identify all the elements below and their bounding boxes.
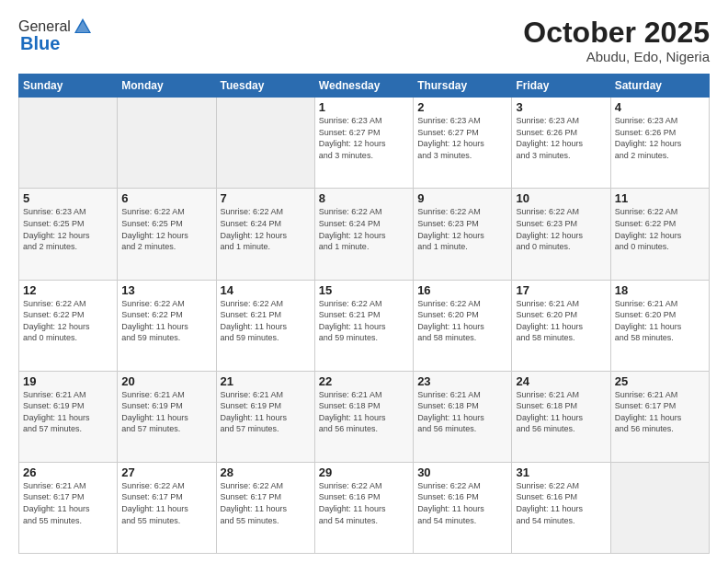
day-info: Sunrise: 6:23 AMSunset: 6:27 PMDaylight:…: [417, 115, 507, 161]
day-number: 25: [615, 374, 705, 388]
calendar-header-tuesday: Tuesday: [216, 75, 314, 98]
day-number: 17: [516, 283, 606, 297]
day-number: 13: [121, 283, 211, 297]
calendar-cell: 13Sunrise: 6:22 AMSunset: 6:22 PMDayligh…: [118, 280, 216, 371]
day-info: Sunrise: 6:22 AMSunset: 6:21 PMDaylight:…: [221, 298, 311, 344]
calendar-cell: 17Sunrise: 6:21 AMSunset: 6:20 PMDayligh…: [512, 280, 610, 371]
day-info: Sunrise: 6:22 AMSunset: 6:21 PMDaylight:…: [319, 298, 409, 344]
calendar-cell: 16Sunrise: 6:22 AMSunset: 6:20 PMDayligh…: [414, 280, 512, 371]
day-number: 30: [417, 465, 507, 479]
day-info: Sunrise: 6:22 AMSunset: 6:20 PMDaylight:…: [417, 298, 507, 344]
calendar-header-sunday: Sunday: [19, 75, 118, 98]
page-subtitle: Abudu, Edo, Nigeria: [523, 49, 710, 64]
logo: General Blue: [18, 17, 93, 54]
day-info: Sunrise: 6:21 AMSunset: 6:17 PMDaylight:…: [615, 389, 705, 435]
calendar-cell: 1Sunrise: 6:23 AMSunset: 6:27 PMDaylight…: [314, 98, 413, 189]
calendar-cell: 9Sunrise: 6:22 AMSunset: 6:23 PMDaylight…: [414, 189, 512, 280]
calendar-cell: [216, 98, 314, 189]
day-info: Sunrise: 6:21 AMSunset: 6:20 PMDaylight:…: [615, 298, 705, 344]
logo-icon: [73, 17, 93, 37]
day-info: Sunrise: 6:21 AMSunset: 6:18 PMDaylight:…: [417, 389, 507, 435]
day-number: 8: [319, 191, 409, 205]
day-info: Sunrise: 6:22 AMSunset: 6:16 PMDaylight:…: [319, 480, 409, 526]
day-info: Sunrise: 6:21 AMSunset: 6:18 PMDaylight:…: [319, 389, 409, 435]
calendar-cell: 29Sunrise: 6:22 AMSunset: 6:16 PMDayligh…: [314, 462, 413, 553]
day-number: 21: [221, 374, 311, 388]
day-info: Sunrise: 6:22 AMSunset: 6:25 PMDaylight:…: [121, 206, 211, 252]
day-number: 4: [615, 100, 705, 114]
calendar-cell: 10Sunrise: 6:22 AMSunset: 6:23 PMDayligh…: [512, 189, 610, 280]
calendar-cell: 3Sunrise: 6:23 AMSunset: 6:26 PMDaylight…: [512, 98, 610, 189]
day-number: 28: [221, 465, 311, 479]
calendar-cell: 24Sunrise: 6:21 AMSunset: 6:18 PMDayligh…: [512, 371, 610, 462]
day-info: Sunrise: 6:21 AMSunset: 6:17 PMDaylight:…: [23, 480, 113, 526]
day-info: Sunrise: 6:23 AMSunset: 6:25 PMDaylight:…: [23, 206, 113, 252]
day-number: 7: [221, 191, 311, 205]
calendar-cell: 8Sunrise: 6:22 AMSunset: 6:24 PMDaylight…: [314, 189, 413, 280]
day-number: 3: [516, 100, 606, 114]
calendar-cell: 11Sunrise: 6:22 AMSunset: 6:22 PMDayligh…: [610, 189, 709, 280]
logo-blue-text: Blue: [20, 33, 60, 54]
day-info: Sunrise: 6:22 AMSunset: 6:23 PMDaylight:…: [417, 206, 507, 252]
day-number: 14: [221, 283, 311, 297]
calendar-cell: 18Sunrise: 6:21 AMSunset: 6:20 PMDayligh…: [610, 280, 709, 371]
header: General Blue October 2025 Abudu, Edo, Ni…: [18, 17, 710, 64]
calendar-cell: 30Sunrise: 6:22 AMSunset: 6:16 PMDayligh…: [414, 462, 512, 553]
calendar-cell: 21Sunrise: 6:21 AMSunset: 6:19 PMDayligh…: [216, 371, 314, 462]
calendar-cell: 4Sunrise: 6:23 AMSunset: 6:26 PMDaylight…: [610, 98, 709, 189]
day-number: 20: [121, 374, 211, 388]
page-title: October 2025: [523, 17, 710, 49]
calendar-cell: 26Sunrise: 6:21 AMSunset: 6:17 PMDayligh…: [19, 462, 118, 553]
calendar-week-row: 1Sunrise: 6:23 AMSunset: 6:27 PMDaylight…: [19, 98, 710, 189]
day-number: 16: [417, 283, 507, 297]
calendar-week-row: 19Sunrise: 6:21 AMSunset: 6:19 PMDayligh…: [19, 371, 710, 462]
day-info: Sunrise: 6:22 AMSunset: 6:22 PMDaylight:…: [121, 298, 211, 344]
calendar-cell: 22Sunrise: 6:21 AMSunset: 6:18 PMDayligh…: [314, 371, 413, 462]
day-info: Sunrise: 6:22 AMSunset: 6:17 PMDaylight:…: [221, 480, 311, 526]
day-info: Sunrise: 6:21 AMSunset: 6:20 PMDaylight:…: [516, 298, 606, 344]
day-info: Sunrise: 6:21 AMSunset: 6:19 PMDaylight:…: [121, 389, 211, 435]
calendar-header-monday: Monday: [118, 75, 216, 98]
day-number: 26: [23, 465, 113, 479]
calendar-week-row: 26Sunrise: 6:21 AMSunset: 6:17 PMDayligh…: [19, 462, 710, 553]
calendar-header-friday: Friday: [512, 75, 610, 98]
calendar-cell: 20Sunrise: 6:21 AMSunset: 6:19 PMDayligh…: [118, 371, 216, 462]
day-info: Sunrise: 6:23 AMSunset: 6:26 PMDaylight:…: [516, 115, 606, 161]
day-number: 31: [516, 465, 606, 479]
day-number: 5: [23, 191, 113, 205]
calendar-cell: 2Sunrise: 6:23 AMSunset: 6:27 PMDaylight…: [414, 98, 512, 189]
day-info: Sunrise: 6:22 AMSunset: 6:22 PMDaylight:…: [23, 298, 113, 344]
day-info: Sunrise: 6:22 AMSunset: 6:17 PMDaylight:…: [121, 480, 211, 526]
day-number: 29: [319, 465, 409, 479]
calendar-cell: [610, 462, 709, 553]
calendar-cell: 12Sunrise: 6:22 AMSunset: 6:22 PMDayligh…: [19, 280, 118, 371]
calendar-cell: 6Sunrise: 6:22 AMSunset: 6:25 PMDaylight…: [118, 189, 216, 280]
calendar-cell: 14Sunrise: 6:22 AMSunset: 6:21 PMDayligh…: [216, 280, 314, 371]
day-number: 18: [615, 283, 705, 297]
day-info: Sunrise: 6:22 AMSunset: 6:24 PMDaylight:…: [319, 206, 409, 252]
calendar-cell: 15Sunrise: 6:22 AMSunset: 6:21 PMDayligh…: [314, 280, 413, 371]
calendar-cell: [19, 98, 118, 189]
day-number: 27: [121, 465, 211, 479]
calendar-cell: 25Sunrise: 6:21 AMSunset: 6:17 PMDayligh…: [610, 371, 709, 462]
calendar-week-row: 5Sunrise: 6:23 AMSunset: 6:25 PMDaylight…: [19, 189, 710, 280]
calendar-week-row: 12Sunrise: 6:22 AMSunset: 6:22 PMDayligh…: [19, 280, 710, 371]
day-info: Sunrise: 6:21 AMSunset: 6:19 PMDaylight:…: [23, 389, 113, 435]
day-number: 23: [417, 374, 507, 388]
calendar-cell: 31Sunrise: 6:22 AMSunset: 6:16 PMDayligh…: [512, 462, 610, 553]
day-number: 15: [319, 283, 409, 297]
calendar-cell: 28Sunrise: 6:22 AMSunset: 6:17 PMDayligh…: [216, 462, 314, 553]
calendar-header-row: SundayMondayTuesdayWednesdayThursdayFrid…: [19, 75, 710, 98]
day-info: Sunrise: 6:21 AMSunset: 6:18 PMDaylight:…: [516, 389, 606, 435]
day-number: 6: [121, 191, 211, 205]
day-info: Sunrise: 6:23 AMSunset: 6:27 PMDaylight:…: [319, 115, 409, 161]
calendar-cell: 23Sunrise: 6:21 AMSunset: 6:18 PMDayligh…: [414, 371, 512, 462]
calendar-cell: 27Sunrise: 6:22 AMSunset: 6:17 PMDayligh…: [118, 462, 216, 553]
day-info: Sunrise: 6:22 AMSunset: 6:16 PMDaylight:…: [516, 480, 606, 526]
day-info: Sunrise: 6:22 AMSunset: 6:16 PMDaylight:…: [417, 480, 507, 526]
day-info: Sunrise: 6:22 AMSunset: 6:24 PMDaylight:…: [221, 206, 311, 252]
calendar-header-thursday: Thursday: [414, 75, 512, 98]
day-number: 1: [319, 100, 409, 114]
day-number: 12: [23, 283, 113, 297]
calendar-cell: 7Sunrise: 6:22 AMSunset: 6:24 PMDaylight…: [216, 189, 314, 280]
